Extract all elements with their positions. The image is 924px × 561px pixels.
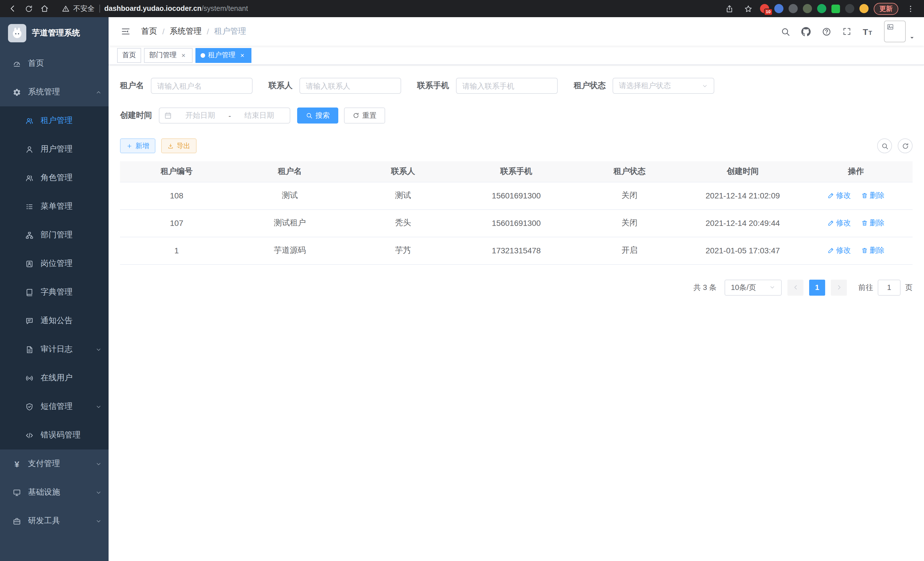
payment-yen-icon: ¥ xyxy=(13,459,21,468)
cell-created-at: 2021-01-05 17:03:47 xyxy=(686,237,799,264)
prev-page-button[interactable] xyxy=(788,279,803,295)
refresh-table-button[interactable] xyxy=(898,138,913,153)
export-button[interactable]: 导出 xyxy=(161,138,196,153)
tenant-table: 租户编号 租户名 联系人 联系手机 租户状态 创建时间 操作 108 测试 xyxy=(120,161,913,265)
close-icon[interactable]: × xyxy=(179,51,188,59)
extension-icon-6[interactable] xyxy=(831,4,840,13)
header-search-button[interactable] xyxy=(777,23,794,40)
date-separator: - xyxy=(229,111,231,120)
sidebar-item-infrastructure[interactable]: 基础设施 xyxy=(0,478,109,507)
sidebar-item-dict[interactable]: 字典管理 xyxy=(0,278,109,307)
next-page-button[interactable] xyxy=(831,279,847,295)
sidebar-toggle-button[interactable] xyxy=(117,23,134,40)
filter-create-time: 创建时间 开始日期 - 结束日期 xyxy=(120,108,290,123)
cell-contact: 秃头 xyxy=(346,209,460,237)
infrastructure-monitor-icon xyxy=(13,488,21,497)
breadcrumb-system[interactable]: 系统管理 xyxy=(170,26,202,37)
phone-input[interactable] xyxy=(456,78,558,94)
chevron-up-icon xyxy=(95,89,102,95)
notice-chat-icon xyxy=(25,317,34,325)
extension-icon-1[interactable]: 10 xyxy=(760,4,769,13)
sidebar-item-payment[interactable]: ¥ 支付管理 xyxy=(0,450,109,478)
contact-input[interactable] xyxy=(299,78,401,94)
add-button[interactable]: 新增 xyxy=(120,138,155,153)
extension-icon-3[interactable] xyxy=(789,4,798,13)
filter-status: 租户状态 请选择租户状态 xyxy=(574,78,714,94)
pagination-goto: 前往 页 xyxy=(858,279,913,295)
page-size-select[interactable]: 10条/页 xyxy=(724,279,782,295)
sidebar-item-notice[interactable]: 通知公告 xyxy=(0,307,109,335)
extension-icon-5[interactable] xyxy=(817,4,826,13)
delete-button[interactable]: 删除 xyxy=(861,190,885,201)
browser-back-button[interactable] xyxy=(6,2,20,15)
cell-created-at: 2021-12-14 20:49:44 xyxy=(686,209,799,237)
tenant-name-input[interactable] xyxy=(151,78,253,94)
browser-update-button[interactable]: 更新 xyxy=(874,3,898,15)
font-size-icon: TT xyxy=(863,27,872,36)
filter-row-2: 创建时间 开始日期 - 结束日期 搜索 重置 xyxy=(120,108,913,123)
sidebar-item-error-code[interactable]: 错误码管理 xyxy=(0,421,109,450)
browser-chrome: 不安全 dashboard.yudao.iocoder.cn/system/te… xyxy=(0,0,924,17)
security-label: 不安全 xyxy=(73,4,94,14)
profile-avatar[interactable] xyxy=(860,4,868,13)
search-icon xyxy=(780,27,790,36)
extension-icon-2[interactable] xyxy=(774,4,783,13)
sidebar-item-sms[interactable]: 短信管理 xyxy=(0,392,109,421)
close-icon[interactable]: × xyxy=(238,51,246,59)
sidebar-item-role[interactable]: 角色管理 xyxy=(0,164,109,192)
security-chip[interactable]: 不安全 xyxy=(62,4,94,14)
font-size-button[interactable]: TT xyxy=(859,23,876,40)
tab-dept[interactable]: 部门管理 × xyxy=(144,48,193,63)
create-time-range-picker[interactable]: 开始日期 - 结束日期 xyxy=(159,108,290,123)
chevron-down-icon xyxy=(95,346,102,353)
extension-icon-4[interactable] xyxy=(803,4,812,13)
col-status: 租户状态 xyxy=(573,161,686,182)
caret-down-icon xyxy=(909,34,915,41)
address-bar[interactable]: 不安全 dashboard.yudao.iocoder.cn/system/te… xyxy=(54,4,720,14)
docs-help-button[interactable] xyxy=(818,23,835,40)
page-number-button[interactable]: 1 xyxy=(809,279,825,295)
browser-reload-button[interactable] xyxy=(22,2,35,15)
edit-button[interactable]: 修改 xyxy=(827,190,851,201)
sidebar-item-home[interactable]: 首页 xyxy=(0,49,109,78)
pagination-total: 共 3 条 xyxy=(693,282,717,293)
share-button[interactable] xyxy=(722,2,736,15)
browser-home-button[interactable] xyxy=(38,2,51,15)
cell-status: 开启 xyxy=(573,237,686,264)
cell-status: 关闭 xyxy=(573,209,686,237)
status-select[interactable]: 请选择租户状态 xyxy=(613,78,714,94)
breadcrumb-home[interactable]: 首页 xyxy=(141,26,157,37)
delete-button[interactable]: 删除 xyxy=(861,245,885,256)
sidebar-item-user[interactable]: 用户管理 xyxy=(0,135,109,164)
refresh-icon xyxy=(902,142,909,150)
edit-button[interactable]: 修改 xyxy=(827,218,851,228)
bookmark-star-button[interactable] xyxy=(741,2,755,15)
table-row: 108 测试 测试 15601691300 关闭 2021-12-14 21:0… xyxy=(120,182,913,209)
tab-tenant[interactable]: 租户管理 × xyxy=(195,48,251,63)
toggle-search-button[interactable] xyxy=(877,138,892,153)
browser-menu-button[interactable] xyxy=(903,2,917,15)
sidebar-item-dept[interactable]: 部门管理 xyxy=(0,221,109,249)
edit-button[interactable]: 修改 xyxy=(827,245,851,256)
question-icon xyxy=(821,27,831,36)
sidebar-item-audit-log[interactable]: 审计日志 xyxy=(0,335,109,364)
search-button[interactable]: 搜索 xyxy=(297,108,338,123)
user-menu[interactable] xyxy=(884,21,915,42)
sidebar-item-online-users[interactable]: 在线用户 xyxy=(0,364,109,392)
breadcrumb: 首页 / 系统管理 / 租户管理 xyxy=(141,26,246,37)
delete-button[interactable]: 删除 xyxy=(861,218,885,228)
reset-button[interactable]: 重置 xyxy=(344,108,385,123)
github-link-button[interactable] xyxy=(797,23,814,40)
sidebar-item-post[interactable]: 岗位管理 xyxy=(0,249,109,278)
sidebar-item-system[interactable]: 系统管理 xyxy=(0,78,109,106)
tab-home[interactable]: 首页 xyxy=(117,48,141,63)
extension-icon-7[interactable] xyxy=(845,4,854,13)
app-logo-row[interactable]: 芋道管理系统 xyxy=(0,17,109,49)
sidebar-item-menu[interactable]: 菜单管理 xyxy=(0,192,109,221)
sidebar-item-tenant[interactable]: 租户管理 xyxy=(0,106,109,135)
fullscreen-button[interactable] xyxy=(838,23,855,40)
goto-page-input[interactable] xyxy=(878,279,901,295)
tenant-name-label: 租户名 xyxy=(120,81,144,91)
devtools-toolbox-icon xyxy=(13,517,21,525)
sidebar-item-devtools[interactable]: 研发工具 xyxy=(0,507,109,535)
